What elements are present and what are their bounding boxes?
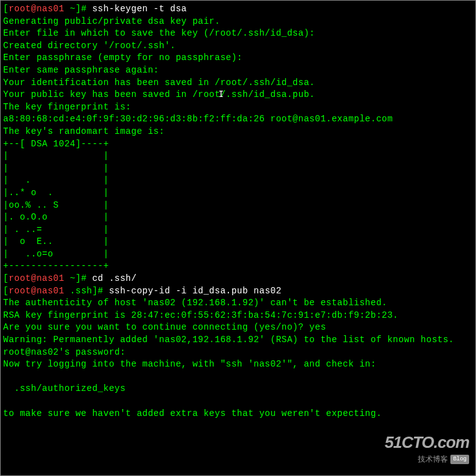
terminal-line: | ..o=o |: [3, 248, 473, 261]
output-text: The authenticity of host 'nas02 (192.168…: [3, 298, 387, 308]
output-text: The key fingerprint is:: [3, 102, 131, 112]
terminal-line: Your identification has been saved in /r…: [3, 77, 473, 89]
output-text: | . ..= |: [3, 225, 109, 235]
terminal-line: [root@nas01 .ssh]# ssh-copy-id -i id_dsa…: [3, 285, 473, 298]
terminal-line: [3, 371, 473, 383]
output-text: Generating public/private dsa key pair.: [3, 16, 220, 26]
command-text: ssh-keygen -t dsa: [92, 4, 186, 14]
output-text: RSA key fingerprint is 28:47:ec:0f:55:62…: [3, 310, 398, 320]
prompt-path: .ssh]#: [64, 286, 109, 296]
terminal-line: to make sure we haven't added extra keys…: [3, 408, 473, 420]
watermark-main-text: 51CTO.com: [385, 431, 469, 453]
terminal-line: [3, 395, 473, 408]
output-text: Warning: Permanently added 'nas02,192.16…: [3, 335, 454, 345]
terminal-line: The key's randomart image is:: [3, 126, 473, 138]
output-text: | o E.. |: [3, 236, 109, 246]
output-text: Your public key has been saved in /root: [3, 89, 220, 99]
output-text: | |: [3, 163, 109, 173]
terminal-line: [root@nas01 ~]# ssh-keygen -t dsa: [3, 3, 473, 16]
terminal-line: Warning: Permanently added 'nas02,192.16…: [3, 334, 473, 347]
output-text: Your identification has been saved in /r…: [3, 78, 315, 88]
prompt-bracket: [: [3, 4, 9, 14]
output-text: Are you sure you want to continue connec…: [3, 322, 326, 332]
output-text: Now try logging into the machine, with "…: [3, 359, 376, 369]
output-text: | |: [3, 151, 109, 161]
output-text: root@nas02's password:: [3, 347, 126, 357]
terminal-line: +--[ DSA 1024]----+: [3, 138, 473, 151]
output-text: |oo.% .. S |: [3, 200, 109, 210]
output-text: | . |: [3, 175, 109, 185]
terminal-line: Generating public/private dsa key pair.: [3, 16, 473, 28]
watermark-sub-row: 技术博客Blog: [385, 453, 469, 466]
prompt-user: root@nas01: [9, 273, 64, 283]
command-text: cd .ssh/: [92, 273, 136, 283]
output-text: [3, 396, 9, 406]
terminal-line: | |: [3, 163, 473, 175]
terminal-line: Enter passphrase (empty for no passphras…: [3, 52, 473, 64]
output-text: to make sure we haven't added extra keys…: [3, 408, 382, 418]
output-text: The key's randomart image is:: [3, 126, 165, 136]
output-text: Enter passphrase (empty for no passphras…: [3, 53, 243, 63]
terminal-line: Your public key has been saved in /rootI…: [3, 89, 473, 101]
terminal-line: | o E.. |: [3, 236, 473, 248]
terminal-line: root@nas02's password:: [3, 347, 473, 359]
terminal-line: | . ..= |: [3, 224, 473, 236]
prompt-user: root@nas01: [9, 4, 64, 14]
output-text: | ..o=o |: [3, 249, 109, 259]
command-text: ssh-copy-id -i id_dsa.pub nas02: [109, 286, 281, 296]
terminal-line: .ssh/authorized_keys: [3, 383, 473, 395]
output-text: +--[ DSA 1024]----+: [3, 139, 109, 149]
terminal-line: | . |: [3, 175, 473, 187]
output-text: Created directory '/root/.ssh'.: [3, 41, 176, 51]
terminal-line: The authenticity of host 'nas02 (192.168…: [3, 297, 473, 310]
terminal-line: Created directory '/root/.ssh'.: [3, 40, 473, 53]
terminal-output[interactable]: [root@nas01 ~]# ssh-keygen -t dsaGenerat…: [3, 3, 473, 420]
terminal-line: |oo.% .. S |: [3, 200, 473, 212]
terminal-line: |. o.O.o |: [3, 211, 473, 224]
watermark-sub-text: 技术博客: [418, 455, 448, 463]
output-text: /.ssh/id_dsa.pub.: [220, 89, 315, 99]
output-text: a8:80:68:cd:e4:0f:9f:30:d2:96:d3:8b:f2:f…: [3, 114, 393, 124]
output-text: |..* o . |: [3, 188, 109, 198]
terminal-line: The key fingerprint is:: [3, 101, 473, 114]
terminal-line: [root@nas01 ~]# cd .ssh/: [3, 273, 473, 285]
watermark-blog-badge: Blog: [450, 455, 469, 464]
prompt-bracket: [: [3, 273, 9, 283]
prompt-path: ~]#: [64, 4, 93, 14]
prompt-bracket: [: [3, 286, 9, 296]
output-text: Enter file in which to save the key (/ro…: [3, 28, 315, 38]
terminal-line: |..* o . |: [3, 187, 473, 200]
output-text: Enter same passphrase again:: [3, 65, 159, 75]
terminal-line: a8:80:68:cd:e4:0f:9f:30:d2:96:d3:8b:f2:f…: [3, 113, 473, 126]
terminal-line: +-----------------+: [3, 260, 473, 273]
terminal-line: RSA key fingerprint is 28:47:ec:0f:55:62…: [3, 310, 473, 322]
terminal-line: Enter same passphrase again:: [3, 64, 473, 77]
prompt-path: ~]#: [64, 273, 93, 283]
text-cursor-icon: I: [218, 89, 224, 101]
output-text: |. o.O.o |: [3, 212, 109, 222]
output-text: .ssh/authorized_keys: [3, 383, 126, 393]
watermark: 51CTO.com 技术博客Blog: [385, 431, 469, 466]
prompt-user: root@nas01: [9, 286, 64, 296]
output-text: [3, 372, 9, 382]
terminal-line: | |: [3, 150, 473, 163]
terminal-line: Enter file in which to save the key (/ro…: [3, 28, 473, 40]
output-text: +-----------------+: [3, 261, 109, 271]
terminal-line: Are you sure you want to continue connec…: [3, 322, 473, 334]
terminal-line: Now try logging into the machine, with "…: [3, 358, 473, 371]
